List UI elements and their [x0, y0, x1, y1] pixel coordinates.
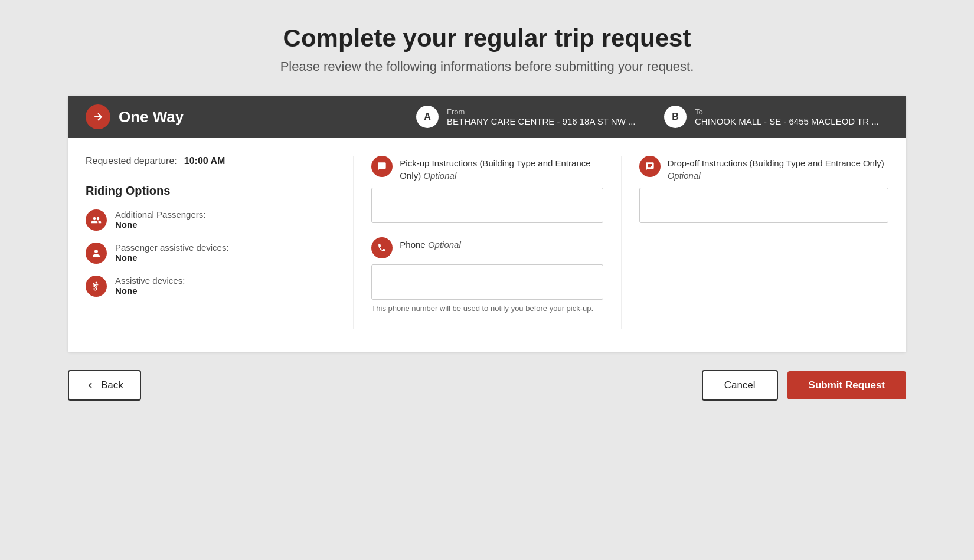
footer-right: Cancel Submit Request: [702, 370, 906, 401]
to-label: To: [695, 107, 879, 116]
trip-type-label: One Way: [119, 108, 184, 126]
to-badge: B: [664, 106, 687, 128]
additional-passengers-value: None: [115, 220, 205, 230]
to-location: B To CHINOOK MALL - SE - 6455 MACLEOD TR…: [664, 106, 888, 128]
phone-label: Phone Optional: [400, 237, 460, 251]
trip-header-bar: One Way A From BETHANY CARE CENTRE - 916…: [68, 96, 906, 138]
pickup-instructions-input[interactable]: [371, 188, 603, 223]
phone-group: Phone Optional This phone number will be…: [371, 237, 603, 314]
from-location: A From BETHANY CARE CENTRE - 916 18A ST …: [416, 106, 640, 128]
departure-row: Requested departure: 10:00 AM: [86, 156, 335, 166]
from-value: BETHANY CARE CENTRE - 916 18A ST NW ...: [447, 116, 636, 126]
mobility-devices-label: Assistive devices:: [115, 276, 185, 286]
to-value: CHINOOK MALL - SE - 6455 MACLEOD TR ...: [695, 116, 879, 126]
dropoff-instructions-group: Drop-off Instructions (Building Type and…: [639, 156, 888, 223]
phone-input[interactable]: [371, 264, 603, 300]
passenger-assistive-text: Passenger assistive devices: None: [115, 243, 229, 263]
cancel-button[interactable]: Cancel: [702, 370, 778, 401]
card-body: Requested departure: 10:00 AM Riding Opt…: [68, 138, 906, 352]
pickup-icon: [371, 156, 393, 177]
left-column: Requested departure: 10:00 AM Riding Opt…: [86, 156, 353, 328]
trip-type-icon: [86, 104, 110, 129]
back-button[interactable]: Back: [68, 370, 141, 401]
additional-passengers-label: Additional Passengers:: [115, 209, 205, 220]
from-info: From BETHANY CARE CENTRE - 916 18A ST NW…: [447, 107, 636, 126]
dropoff-instructions-input[interactable]: [639, 188, 888, 223]
departure-label: Requested departure:: [86, 156, 177, 166]
additional-passengers-row: Additional Passengers: None: [86, 209, 335, 231]
right-column: Drop-off Instructions (Building Type and…: [621, 156, 888, 328]
middle-column: Pick-up Instructions (Building Type and …: [353, 156, 620, 328]
trip-type: One Way: [86, 104, 239, 129]
phone-icon: [371, 237, 393, 258]
to-info: To CHINOOK MALL - SE - 6455 MACLEOD TR .…: [695, 107, 879, 126]
mobility-devices-row: Assistive devices: None: [86, 276, 335, 297]
additional-passengers-text: Additional Passengers: None: [115, 209, 205, 230]
svg-point-1: [96, 282, 97, 284]
phone-header: Phone Optional: [371, 237, 603, 258]
mobility-devices-text: Assistive devices: None: [115, 276, 185, 296]
pickup-instructions-header: Pick-up Instructions (Building Type and …: [371, 156, 603, 182]
passenger-assistive-icon: [86, 243, 107, 264]
mobility-devices-value: None: [115, 286, 185, 296]
page-title: Complete your regular trip request: [280, 24, 694, 53]
page-header: Complete your regular trip request Pleas…: [280, 24, 694, 74]
from-label: From: [447, 107, 636, 116]
back-icon: [86, 381, 95, 390]
from-badge: A: [416, 106, 439, 128]
assistive-devices-value: None: [115, 253, 229, 263]
riding-options-title: Riding Options: [86, 184, 335, 198]
submit-button[interactable]: Submit Request: [787, 371, 906, 399]
mobility-devices-icon: [86, 276, 107, 297]
assistive-devices-row: Passenger assistive devices: None: [86, 243, 335, 264]
footer: Back Cancel Submit Request: [68, 370, 906, 418]
trip-card: One Way A From BETHANY CARE CENTRE - 916…: [68, 96, 906, 352]
dropoff-icon: [639, 156, 661, 177]
dropoff-instructions-label: Drop-off Instructions (Building Type and…: [668, 156, 888, 182]
departure-time: 10:00 AM: [184, 156, 225, 166]
additional-passengers-icon: [86, 209, 107, 231]
pickup-instructions-label: Pick-up Instructions (Building Type and …: [400, 156, 603, 182]
pickup-instructions-group: Pick-up Instructions (Building Type and …: [371, 156, 603, 223]
page-subtitle: Please review the following informations…: [280, 59, 694, 74]
dropoff-instructions-header: Drop-off Instructions (Building Type and…: [639, 156, 888, 182]
assistive-devices-label: Passenger assistive devices:: [115, 243, 229, 253]
phone-hint: This phone number will be used to notify…: [371, 303, 603, 314]
